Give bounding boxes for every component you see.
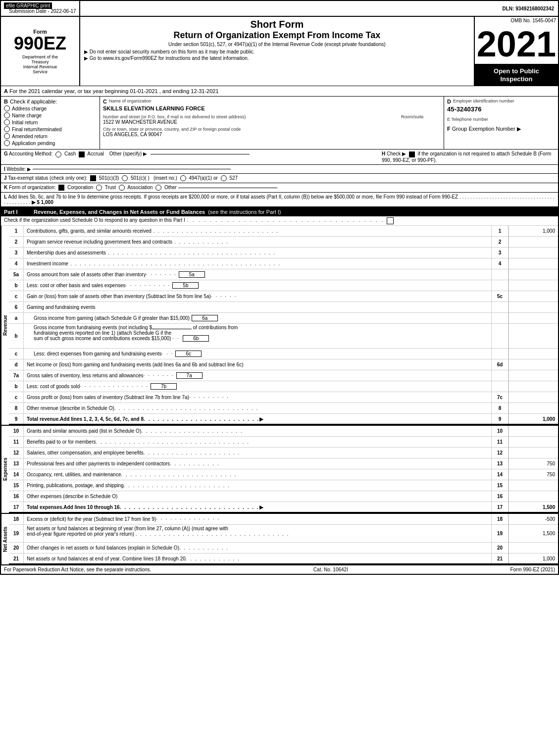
- part1-check-text: Check if the organization used Schedule …: [4, 217, 185, 224]
- table-row: 11 Benefits paid to or for members . . .…: [9, 437, 558, 448]
- row-desc-3: Membership dues and assessments . . . . …: [24, 248, 491, 258]
- row-box-15: 15: [491, 480, 508, 491]
- section-k: K Form of organization: Corporation Trus…: [1, 183, 558, 193]
- row-box-6d: 6d: [491, 359, 508, 370]
- h-checkbox[interactable]: [409, 151, 415, 157]
- omb-no: OMB No. 1545-0047: [475, 17, 558, 24]
- initial-return-radio[interactable]: [4, 119, 10, 125]
- open-public: Open to Public Inspection: [475, 64, 558, 86]
- row-num-19: 19: [9, 525, 24, 542]
- row-value-3: [508, 248, 558, 258]
- app-pending-radio[interactable]: [4, 140, 10, 146]
- row-desc-19: Net assets or fund balances at beginning…: [24, 525, 491, 542]
- initial-return-item: Initial return: [4, 119, 97, 125]
- corp-label: Corporation: [67, 185, 93, 190]
- row-value-6: [508, 302, 558, 312]
- 501c3-checkbox[interactable]: [90, 175, 96, 181]
- row-value-9: 1,000: [508, 414, 558, 424]
- row-num-5a: 5a: [9, 269, 24, 280]
- city-block: City or town, state or province, country…: [103, 127, 441, 137]
- under-section: Under section 501(c), 527, or 4947(a)(1)…: [84, 42, 470, 47]
- row-desc-12: Salaries, other compensation, and employ…: [24, 448, 491, 458]
- row-num-21: 21: [9, 554, 24, 563]
- net-assets-rows: 18 Excess or (deficit) for the year (Sub…: [9, 514, 558, 564]
- net-assets-section: Net Assets 18 Excess or (deficit) for th…: [1, 513, 558, 564]
- section-k-label: K: [4, 185, 7, 190]
- table-row: 16 Other expenses (describe in Schedule …: [9, 491, 558, 502]
- org-name-label: Name of organization: [109, 99, 152, 104]
- name-change-radio[interactable]: [4, 112, 10, 118]
- section-l: L Add lines 5b, 6c, and 7b to line 9 to …: [1, 193, 558, 207]
- accrual-checkbox[interactable]: [79, 151, 85, 157]
- corp-checkbox[interactable]: [58, 185, 64, 191]
- row-num-4: 4: [9, 258, 24, 269]
- row-desc-6b: Gross income from fundraising events (no…: [24, 324, 491, 348]
- row-desc-17: Total expenses. Add lines 10 through 16 …: [24, 502, 491, 512]
- row-box-7c: 7c: [491, 392, 508, 403]
- row-num-11: 11: [9, 437, 24, 447]
- table-row: d Net income or (loss) from gaming and f…: [9, 359, 558, 370]
- row-desc-10: Grants and similar amounts paid (list in…: [24, 426, 491, 436]
- row-box-6c: [491, 349, 508, 359]
- return-title: Return of Organization Exempt From Incom…: [84, 30, 470, 41]
- row-num-8: 8: [9, 403, 24, 413]
- row-desc-5b: Less: cost or other basis and sales expe…: [24, 280, 491, 291]
- row-box-5b: [491, 280, 508, 291]
- trust-radio[interactable]: [96, 185, 102, 191]
- section-a: A For the 2021 calendar year, or tax yea…: [1, 86, 558, 97]
- header-bar: efile GRAPHIC print Submission Date - 20…: [1, 1, 558, 17]
- section-j-label: J: [4, 175, 7, 181]
- section-d-label: D: [447, 99, 451, 104]
- paperwork-text: For Paperwork Reduction Act Notice, see …: [4, 567, 151, 572]
- row-num-7c: c: [9, 392, 24, 403]
- section-a-label: A: [4, 88, 8, 94]
- table-row: 19 Net assets or fund balances at beginn…: [9, 525, 558, 543]
- 527-radio[interactable]: [221, 175, 227, 181]
- row-value-7b: [508, 381, 558, 392]
- short-form-title: Short Form: [84, 19, 470, 30]
- table-row: 7a Gross sales of inventory, less return…: [9, 370, 558, 381]
- row-num-6c: c: [9, 349, 24, 359]
- section-bcd: B Check if applicable: Address charge Na…: [1, 97, 558, 150]
- table-row: 3 Membership dues and assessments . . . …: [9, 248, 558, 258]
- 501c-radio[interactable]: [122, 175, 128, 181]
- 501c3-label: 501(c)(3): [99, 175, 119, 181]
- part1-check-box[interactable]: [387, 217, 394, 224]
- final-return-label: Final return/terminated: [12, 127, 62, 132]
- assoc-label: Association: [127, 185, 152, 190]
- final-return-radio[interactable]: [4, 126, 10, 132]
- address-value: 1522 W MANCHESTER AVENUE: [103, 119, 391, 125]
- row-value-21: 1,000: [508, 554, 558, 563]
- assoc-radio[interactable]: [119, 185, 125, 191]
- section-b-title: Check if applicable:: [10, 99, 57, 104]
- cash-radio[interactable]: [55, 151, 61, 157]
- amended-return-label: Amended return: [12, 134, 48, 139]
- table-row: 12 Salaries, other compensation, and emp…: [9, 448, 558, 458]
- table-row: c Less: direct expenses from gaming and …: [9, 349, 558, 359]
- amended-return-radio[interactable]: [4, 133, 10, 139]
- table-row: 1 Contributions, gifts, grants, and simi…: [9, 226, 558, 237]
- section-d: D Employer identification number 45-3240…: [444, 97, 558, 149]
- row-box-7a: [491, 370, 508, 381]
- row-desc-7c: Gross profit or (loss) from sales of inv…: [24, 392, 491, 403]
- address-change-radio[interactable]: [4, 105, 10, 111]
- table-row: 14 Occupancy, rent, utilities, and maint…: [9, 469, 558, 480]
- group-exemption: F Group Exemption Number ▶: [447, 126, 555, 132]
- other-radio[interactable]: [155, 185, 161, 191]
- name-change-item: Name charge: [4, 112, 97, 118]
- row-desc-7b: Less: cost of goods sold · · · · · · · ·…: [24, 381, 491, 392]
- row-box-6: [491, 302, 508, 312]
- room-label: Room/suite: [401, 114, 441, 119]
- row-num-15: 15: [9, 480, 24, 491]
- year-number: 2021: [475, 24, 558, 64]
- group-exemption-title: Group Exemption Number: [452, 126, 515, 132]
- section-c-label: C: [103, 99, 107, 104]
- 501c-label: 501(c)( ): [131, 175, 150, 181]
- row-desc-6c: Less: direct expenses from gaming and fu…: [24, 349, 491, 359]
- 4947-radio[interactable]: [180, 175, 186, 181]
- cat-no: Cat. No. 10642I: [313, 567, 348, 572]
- row-value-12: [508, 448, 558, 458]
- row-value-5c: [508, 291, 558, 302]
- row-desc-14: Occupancy, rent, utilities, and maintena…: [24, 469, 491, 480]
- table-row: c Gross profit or (loss) from sales of i…: [9, 392, 558, 403]
